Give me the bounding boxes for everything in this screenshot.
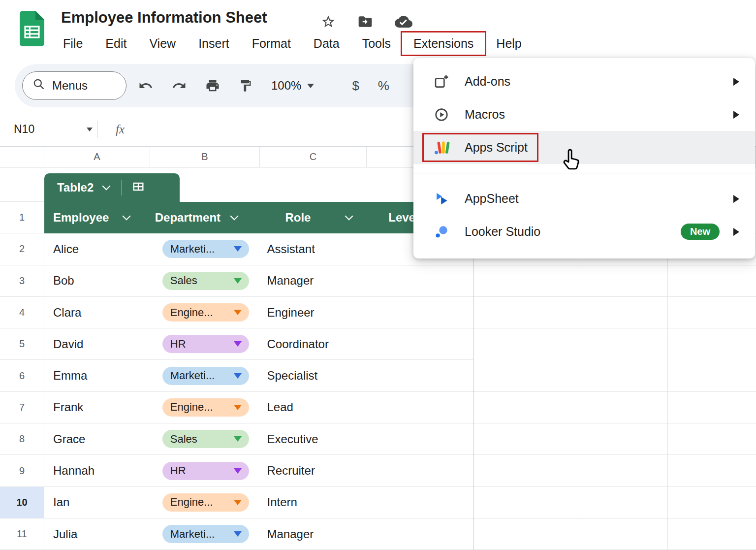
role-cell[interactable]: Lead [260, 392, 367, 423]
row-header-7[interactable]: 7 [0, 392, 44, 423]
row-header-4[interactable]: 4 [0, 297, 44, 328]
row-header-8[interactable]: 8 [0, 423, 44, 455]
select-all-corner[interactable] [0, 147, 44, 167]
formula-bar-divider [97, 121, 98, 138]
department-chip[interactable]: Sales [162, 430, 249, 448]
sheets-logo-icon[interactable] [19, 11, 45, 46]
row-header-11[interactable]: 11 [0, 518, 44, 550]
row-header-6[interactable]: 6 [0, 360, 44, 391]
role-cell[interactable]: Coordinator [260, 328, 367, 359]
level-cell[interactable] [366, 392, 473, 423]
role-cell[interactable]: Manager [260, 518, 367, 550]
chip-dropdown-icon [234, 246, 242, 252]
role-cell[interactable]: Intern [260, 487, 367, 518]
cloud-saved-icon[interactable] [395, 13, 412, 31]
level-cell[interactable] [366, 360, 473, 391]
department-chip[interactable]: HR [162, 335, 249, 353]
level-cell[interactable] [366, 487, 473, 518]
employee-cell[interactable]: Julia [44, 518, 150, 550]
redo-icon[interactable] [172, 78, 187, 93]
menu-file[interactable]: File [52, 32, 94, 55]
department-chip[interactable]: Engine... [162, 303, 249, 322]
menu-item-looker-studio[interactable]: Looker Studio New [413, 215, 755, 248]
role-cell[interactable]: Recruiter [260, 455, 367, 486]
level-cell[interactable] [366, 297, 473, 328]
header-label: Employee [53, 211, 109, 225]
department-cell: Sales [150, 265, 260, 296]
menus-search-box[interactable]: Menus [22, 71, 126, 100]
role-cell[interactable]: Manager [260, 265, 367, 296]
paint-format-icon[interactable] [239, 79, 252, 93]
role-cell[interactable]: Engineer [260, 297, 367, 328]
employee-cell[interactable]: Frank [44, 392, 150, 423]
chip-label: Marketi... [170, 243, 215, 256]
header-role[interactable]: Role [259, 211, 366, 225]
employee-cell[interactable]: Bob [44, 265, 150, 296]
row-header-9[interactable]: 9 [0, 455, 44, 486]
menu-item-add-ons[interactable]: Add-ons [413, 65, 755, 98]
level-cell[interactable] [366, 455, 473, 486]
row-header-5[interactable]: 5 [0, 328, 44, 360]
name-box[interactable]: N10 [0, 123, 93, 136]
table-grid-icon[interactable] [131, 180, 145, 195]
submenu-arrow-icon [733, 228, 739, 236]
department-chip[interactable]: Marketi... [162, 525, 249, 543]
role-cell[interactable]: Assistant [260, 233, 367, 264]
employee-cell[interactable]: Ian [44, 487, 150, 518]
undo-icon[interactable] [138, 78, 153, 93]
chevron-down-icon [123, 212, 131, 220]
row-header-spacer [0, 167, 44, 202]
format-percent-icon[interactable]: % [378, 78, 389, 94]
level-cell[interactable] [366, 265, 473, 296]
department-chip[interactable]: Engine... [162, 493, 249, 512]
menu-view[interactable]: View [138, 32, 187, 55]
zoom-selector[interactable]: 100% [271, 79, 314, 93]
menu-format[interactable]: Format [241, 32, 302, 55]
row-header-1[interactable]: 1 [0, 202, 44, 233]
chip-dropdown-icon [234, 531, 242, 537]
employee-cell[interactable]: Emma [44, 360, 150, 391]
menu-extensions[interactable]: Extensions [402, 32, 485, 55]
column-header-b[interactable]: B [150, 147, 260, 167]
department-cell: Sales [150, 423, 260, 454]
menu-item-apps-script[interactable]: Apps Script [413, 131, 755, 164]
level-cell[interactable] [366, 423, 473, 454]
table-name-tab[interactable]: Table2 [44, 173, 180, 202]
menu-help[interactable]: Help [485, 32, 533, 55]
row-header-3[interactable]: 3 [0, 265, 44, 297]
submenu-arrow-icon [733, 195, 739, 203]
menu-item-macros[interactable]: Macros [413, 98, 755, 131]
menu-item-appsheet[interactable]: AppSheet [413, 182, 755, 215]
menu-tools[interactable]: Tools [351, 32, 402, 55]
header-department[interactable]: Department [150, 211, 260, 225]
employee-cell[interactable]: Grace [44, 423, 150, 454]
print-icon[interactable] [205, 78, 220, 93]
employee-cell[interactable]: Clara [44, 297, 150, 328]
role-cell[interactable]: Specialist [260, 360, 367, 391]
menu-edit[interactable]: Edit [94, 32, 138, 55]
column-header-c[interactable]: C [260, 147, 367, 167]
department-chip[interactable]: HR [162, 462, 249, 480]
role-cell[interactable]: Executive [260, 423, 367, 454]
row-header-2[interactable]: 2 [0, 233, 44, 265]
move-folder-icon[interactable] [357, 14, 373, 30]
column-header-a[interactable]: A [44, 147, 150, 167]
employee-cell[interactable]: David [44, 328, 150, 359]
menu-insert[interactable]: Insert [187, 32, 241, 55]
row-header-10-selected[interactable]: 10 [0, 487, 44, 518]
menu-item-label: Looker Studio [465, 225, 681, 239]
department-chip[interactable]: Marketi... [162, 240, 249, 258]
star-icon[interactable] [321, 14, 336, 29]
menu-data[interactable]: Data [302, 32, 351, 55]
department-chip[interactable]: Engine... [162, 398, 249, 417]
document-title[interactable]: Employee Information Sheet [61, 9, 267, 27]
employee-cell[interactable]: Hannah [44, 455, 150, 486]
header-employee[interactable]: Employee [44, 211, 150, 225]
level-cell[interactable] [366, 518, 473, 550]
level-cell[interactable] [366, 328, 473, 359]
department-chip[interactable]: Marketi... [162, 367, 249, 385]
search-icon [32, 78, 45, 94]
department-chip[interactable]: Sales [162, 272, 249, 290]
format-currency-icon[interactable]: $ [352, 78, 359, 94]
employee-cell[interactable]: Alice [44, 233, 150, 264]
